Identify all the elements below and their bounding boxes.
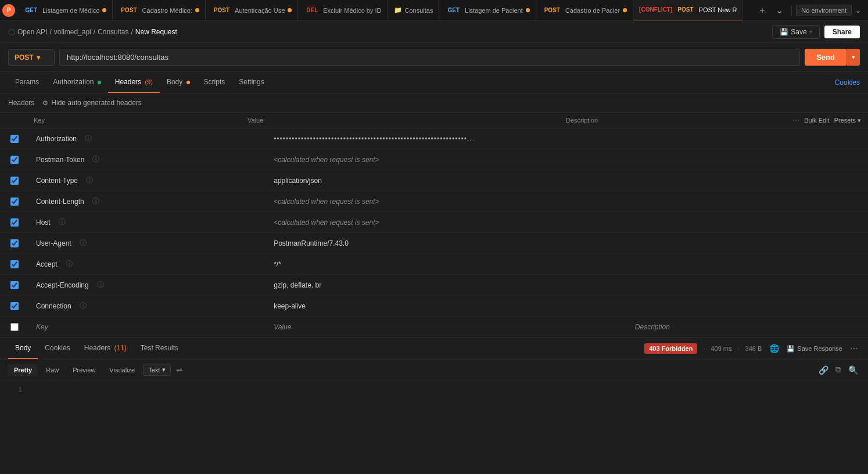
send-button[interactable]: Send [805,49,847,66]
tab-method-post: POST [211,6,232,14]
breadcrumb-consultas[interactable]: Consultas [98,28,128,36]
tab-cadastro-medico[interactable]: POST Cadastro Médico: [113,0,205,21]
tab-listagem-paciente[interactable]: GET Listagem de Pacient [439,0,536,21]
cell-value[interactable]: Value [269,319,626,335]
info-icon[interactable]: ⓘ [80,238,87,248]
key-text[interactable]: Authorization [31,131,81,146]
value-text[interactable]: <calculated when request is sent> [269,152,383,167]
save-response-button[interactable]: 💾 Save Response [787,345,842,353]
info-icon[interactable]: ⓘ [97,280,104,290]
value-text[interactable]: keep-alive [269,299,310,314]
save-button[interactable]: 💾 Save ▾ [772,25,819,39]
bulk-edit-button[interactable]: Bulk Edit [804,117,829,124]
info-icon[interactable]: ⓘ [85,134,92,143]
fmt-tab-raw[interactable]: Raw [40,364,64,376]
share-button[interactable]: Share [824,26,860,38]
tab-authorization[interactable]: Authorization [46,72,107,93]
info-icon[interactable]: ⓘ [66,259,73,269]
environment-selector[interactable]: No environment [796,5,852,16]
tab-autenticacao[interactable]: POST Autenticação Use [206,0,298,21]
presets-button[interactable]: Presets ▾ [834,117,861,124]
value-text[interactable]: <calculated when request is sent> [269,194,383,209]
tab-cadastro-paciente[interactable]: POST Cadastro de Pacier [536,0,633,21]
key-text[interactable]: Postman-Token [31,152,89,167]
format-dropdown[interactable]: Text ▾ [143,364,171,376]
info-icon[interactable]: ⓘ [80,301,87,311]
wrap-lines-button[interactable]: ⇌ [173,364,185,376]
col-header-desc: Description [561,117,775,124]
empty-key-placeholder[interactable]: Key [31,319,53,335]
empty-value-placeholder[interactable]: Value [269,319,296,335]
key-text[interactable]: Content-Type [31,173,83,188]
send-dropdown-button[interactable]: ▾ [847,49,860,66]
key-text[interactable]: Connection [31,299,76,314]
tab-method-post: POST [542,6,562,14]
more-options-button[interactable]: ⋯ [848,342,860,355]
fmt-tab-visualize[interactable]: Visualize [103,364,141,376]
tab-overflow-button[interactable]: ⌄ [772,3,787,17]
tab-excluir-medico[interactable]: DEL Excluir Médico by ID [298,0,388,21]
breadcrumb-actions: 💾 Save ▾ Share [772,25,860,39]
cell-key[interactable]: Key [29,319,269,335]
copy-link-button[interactable]: 🔗 [817,364,830,376]
tab-conflict-new-request[interactable]: [CONFLICT] POST POST New R [633,0,743,21]
response-tab-actions: 403 Forbidden · 409 ms · 346 B 🌐 💾 Save … [644,342,860,355]
key-text[interactable]: Accept-Encoding [31,278,94,293]
breadcrumb-open-api[interactable]: Open API [17,28,47,36]
info-icon[interactable]: ⓘ [92,196,99,206]
save-dropdown-arrow[interactable]: ▾ [809,28,812,35]
info-icon[interactable]: ⓘ [59,217,66,227]
method-dropdown[interactable]: POST ▾ [8,49,55,66]
row-checkbox[interactable] [10,218,19,227]
key-text[interactable]: Accept [31,257,62,272]
add-tab-button[interactable]: + [756,4,768,17]
table-row: Authorization ⓘ ••••••••••••••••••••••••… [0,128,868,149]
value-text[interactable]: <calculated when request is sent> [269,215,383,230]
row-checkbox[interactable] [10,281,19,289]
row-checkbox[interactable] [10,323,19,331]
key-text[interactable]: Content-Length [31,194,89,209]
row-checkbox[interactable] [10,156,19,164]
copy-button[interactable]: ⧉ [834,363,843,376]
row-checkbox[interactable] [10,302,19,310]
cell-desc[interactable]: Description [626,319,868,335]
tab-params[interactable]: Params [8,72,46,93]
tab-listagem-medico[interactable]: GET Listagem de Médico [17,0,113,21]
value-text[interactable]: gzip, deflate, br [269,278,326,293]
fmt-tab-preview[interactable]: Preview [67,364,101,376]
value-text[interactable]: application/json [269,173,327,188]
info-icon[interactable]: ⓘ [92,155,99,164]
hide-auto-headers-button[interactable]: ⚙ Hide auto generated headers [39,97,145,109]
row-checkbox[interactable] [10,135,19,143]
tab-settings[interactable]: Settings [232,72,271,93]
cell-key: User-Agent ⓘ [29,236,269,251]
tab-body[interactable]: Body [160,72,197,93]
value-text[interactable]: PostmanRuntime/7.43.0 [269,236,353,251]
row-checkbox[interactable] [10,260,19,268]
env-dropdown-arrow[interactable]: ⌄ [855,6,861,15]
response-tab-test-results[interactable]: Test Results [134,338,185,359]
tab-name: Listagem de Médico [42,7,99,14]
tab-consultas-folder[interactable]: 📁 Consultas [388,0,440,21]
search-button[interactable]: 🔍 [847,364,860,376]
row-checkbox[interactable] [10,198,19,206]
response-tab-body[interactable]: Body [8,338,38,359]
key-text[interactable]: Host [31,215,55,230]
cell-key: Postman-Token ⓘ [29,152,269,167]
response-tab-headers[interactable]: Headers (11) [77,338,134,359]
url-input[interactable] [59,49,800,66]
value-text[interactable]: ••••••••••••••••••••••••••••••••••••••••… [269,131,479,146]
tab-scripts[interactable]: Scripts [197,72,232,93]
globe-icon-button[interactable]: 🌐 [767,342,781,355]
key-text[interactable]: User-Agent [31,236,76,251]
row-checkbox[interactable] [10,177,19,185]
cookies-link[interactable]: Cookies [835,73,860,92]
tab-method-post: POST [119,6,139,14]
info-icon[interactable]: ⓘ [86,175,93,185]
response-tab-cookies[interactable]: Cookies [38,338,77,359]
row-checkbox[interactable] [10,239,19,247]
breadcrumb-vollmed[interactable]: vollmed_api [54,28,91,36]
fmt-tab-pretty[interactable]: Pretty [8,364,38,376]
value-text[interactable]: */* [269,257,286,272]
tab-headers[interactable]: Headers (9) [108,72,160,93]
